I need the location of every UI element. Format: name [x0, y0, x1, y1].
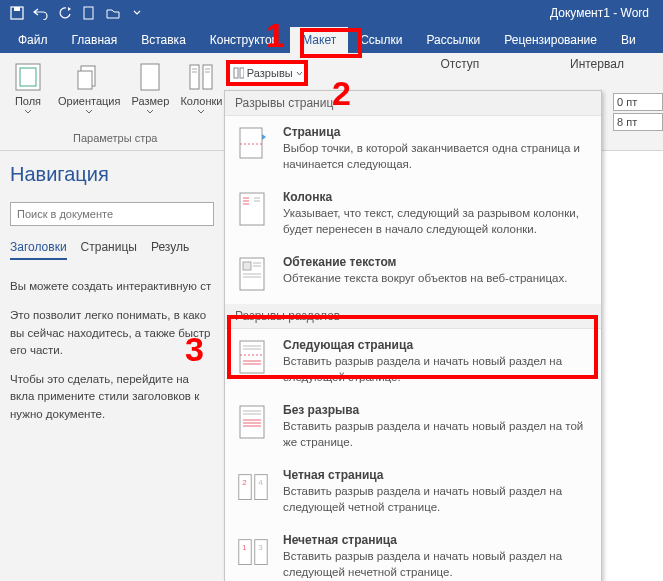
orientation-button[interactable]: Ориентация — [58, 61, 120, 114]
tab-mailings[interactable]: Рассылки — [414, 27, 492, 53]
nav-tab-headings[interactable]: Заголовки — [10, 240, 67, 260]
orientation-icon — [73, 61, 105, 93]
dd-item-page[interactable]: СтраницаВыбор точки, в которой заканчива… — [225, 116, 601, 181]
new-doc-icon[interactable] — [78, 2, 100, 24]
undo-icon[interactable] — [30, 2, 52, 24]
svg-rect-16 — [240, 128, 262, 158]
group-label: Параметры стра — [73, 130, 157, 146]
tab-file[interactable]: Файл — [6, 27, 60, 53]
dd-item-column[interactable]: КолонкаУказывает, что текст, следующий з… — [225, 181, 601, 246]
tab-references[interactable]: Ссылки — [348, 27, 414, 53]
svg-rect-6 — [78, 71, 92, 89]
tab-review[interactable]: Рецензирование — [492, 27, 609, 53]
odd-page-icon: 13 — [237, 533, 269, 573]
document-title: Документ1 - Word — [148, 6, 663, 20]
column-break-icon — [237, 190, 269, 230]
dd-section-section-breaks: Разрывы разделов — [225, 304, 601, 329]
tab-design[interactable]: Конструктор — [198, 27, 290, 53]
breaks-icon — [233, 67, 244, 79]
chevron-down-icon — [296, 71, 302, 76]
page-setup-group: Поля Ориентация Размер Колонки Параметры… — [0, 53, 230, 150]
next-page-icon — [237, 338, 269, 378]
margins-button[interactable]: Поля — [8, 61, 48, 114]
nav-tab-results[interactable]: Резуль — [151, 240, 189, 260]
title-bar: Документ1 - Word — [0, 0, 663, 25]
nav-tab-pages[interactable]: Страницы — [81, 240, 137, 260]
save-icon[interactable] — [6, 2, 28, 24]
dd-item-even-page[interactable]: 24 Четная страницаВставить разрыв раздел… — [225, 459, 601, 524]
nav-tabs: Заголовки Страницы Резуль — [10, 240, 214, 260]
open-icon[interactable] — [102, 2, 124, 24]
dd-item-next-page[interactable]: Следующая страницаВставить разрыв раздел… — [225, 329, 601, 394]
chevron-down-icon — [146, 109, 154, 114]
chevron-down-icon — [24, 109, 32, 114]
even-page-icon: 24 — [237, 468, 269, 508]
svg-rect-14 — [234, 68, 238, 78]
text-wrap-icon — [237, 255, 269, 295]
search-input[interactable] — [10, 202, 214, 226]
svg-rect-24 — [243, 262, 251, 270]
dd-item-odd-page[interactable]: 13 Нечетная страницаВставить разрыв разд… — [225, 524, 601, 581]
chevron-down-icon — [85, 109, 93, 114]
ribbon-tabs: Файл Главная Вставка Конструктор Макет С… — [0, 25, 663, 53]
svg-text:1: 1 — [242, 543, 247, 552]
dd-item-continuous[interactable]: Без разрываВставить разрыв раздела и нач… — [225, 394, 601, 459]
margins-icon — [12, 61, 44, 93]
tab-insert[interactable]: Вставка — [129, 27, 198, 53]
columns-icon — [185, 61, 217, 93]
spacing-before-input[interactable]: 0 пт — [613, 93, 663, 111]
redo-icon[interactable] — [54, 2, 76, 24]
svg-rect-7 — [141, 64, 159, 90]
svg-rect-2 — [84, 7, 93, 19]
chevron-down-icon — [197, 109, 205, 114]
continuous-icon — [237, 403, 269, 443]
dd-section-page-breaks: Разрывы страниц — [225, 91, 601, 116]
spacing-group: Интервал — [540, 53, 644, 81]
svg-rect-15 — [240, 68, 244, 78]
nav-title: Навигация — [10, 163, 214, 186]
navigation-panel: Навигация Заголовки Страницы Резуль Вы м… — [0, 151, 225, 581]
spacing-after-input[interactable]: 8 пт — [613, 113, 663, 131]
svg-text:3: 3 — [258, 543, 263, 552]
tab-home[interactable]: Главная — [60, 27, 130, 53]
tab-layout[interactable]: Макет — [290, 27, 348, 53]
size-button[interactable]: Размер — [130, 61, 170, 114]
svg-text:2: 2 — [242, 478, 247, 487]
size-icon — [134, 61, 166, 93]
customize-icon[interactable] — [126, 2, 148, 24]
breaks-button[interactable]: Разрывы — [229, 63, 306, 83]
nav-help-text: Вы можете создать интерактивную ст Это п… — [10, 278, 214, 423]
dd-item-text-wrapping[interactable]: Обтекание текстомОбтекание текста вокруг… — [225, 246, 601, 304]
quick-access-toolbar — [0, 2, 148, 24]
page-break-icon — [237, 125, 269, 165]
breaks-dropdown: Разрывы страниц СтраницаВыбор точки, в к… — [224, 90, 602, 581]
svg-rect-1 — [14, 7, 20, 11]
tab-view[interactable]: Ви — [609, 27, 648, 53]
columns-button[interactable]: Колонки — [180, 61, 222, 114]
svg-text:4: 4 — [258, 478, 263, 487]
